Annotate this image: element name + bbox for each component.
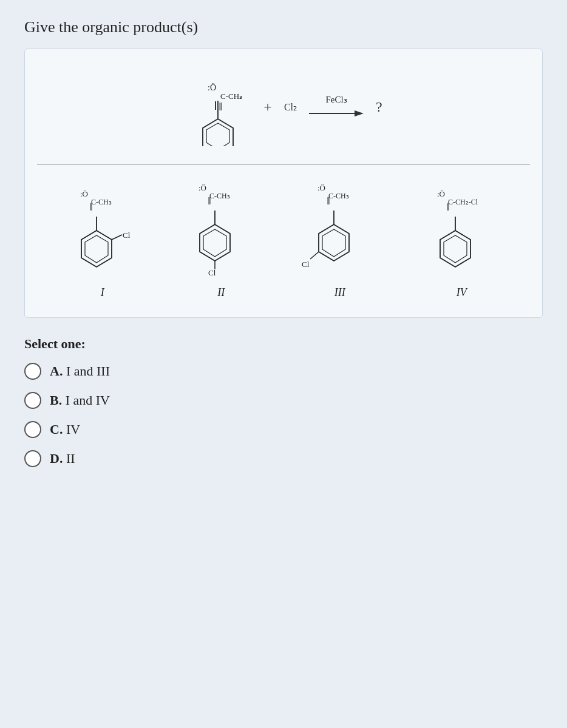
product-label-III: III <box>334 286 345 299</box>
svg-marker-8 <box>355 110 364 116</box>
svg-line-31 <box>310 252 319 259</box>
page-title: Give the organic product(s) <box>24 18 543 36</box>
radio-C[interactable] <box>24 421 41 438</box>
svg-text:Cl: Cl <box>208 268 216 277</box>
option-D-text: D. II <box>50 451 75 467</box>
option-C-text: C. IV <box>50 422 80 437</box>
option-C[interactable]: C. IV <box>24 421 543 438</box>
svg-text::Ö: :Ö <box>437 189 445 198</box>
svg-marker-30 <box>322 229 345 257</box>
radio-A[interactable] <box>24 363 41 380</box>
svg-line-15 <box>112 235 122 240</box>
svg-text::Ö: :Ö <box>80 189 88 198</box>
product-I: :Ö ‖ C-CH₃ Cl I <box>63 183 142 299</box>
product-IV: :Ö ‖ C-CH₂-Cl IV <box>419 183 504 299</box>
svg-marker-29 <box>319 224 349 261</box>
svg-text::Ö: :Ö <box>208 83 216 92</box>
svg-text:C-CH₃: C-CH₃ <box>209 192 230 200</box>
question-mark: ? <box>376 99 382 115</box>
option-D[interactable]: D. II <box>24 450 543 467</box>
product-II: :Ö ‖ C-CH₃ Cl II <box>182 177 260 299</box>
svg-marker-21 <box>200 224 230 261</box>
product-label-I: I <box>101 286 104 299</box>
svg-text:C-CH₃: C-CH₃ <box>91 198 112 206</box>
svg-text:C-CH₂-Cl: C-CH₂-Cl <box>448 198 478 206</box>
product-III: :Ö ‖ C-CH₃ Cl III <box>300 177 379 299</box>
product-label-II: II <box>217 286 225 299</box>
reaction-box: :Ö ‖ C-CH₃ + Cl₂ FeCl₃ ? :Ö ‖ <box>24 49 543 318</box>
option-B[interactable]: B. I and IV <box>24 392 543 409</box>
option-B-text: B. I and IV <box>50 393 110 408</box>
radio-D[interactable] <box>24 450 41 467</box>
svg-marker-37 <box>440 231 470 267</box>
svg-marker-22 <box>203 229 226 257</box>
products-row: :Ö ‖ C-CH₃ Cl I :Ö ‖ C-CH₃ <box>37 177 530 299</box>
svg-marker-14 <box>85 235 108 263</box>
product-label-IV: IV <box>457 286 467 299</box>
radio-B[interactable] <box>24 392 41 409</box>
svg-marker-38 <box>444 235 467 263</box>
reaction-arrow: FeCl₃ <box>309 94 364 120</box>
svg-text:C-CH₃: C-CH₃ <box>220 92 242 101</box>
starting-material: :Ö ‖ C-CH₃ <box>185 67 251 146</box>
catalyst-label: FeCl₃ <box>325 94 347 105</box>
svg-text:‖: ‖ <box>219 101 223 110</box>
svg-text:C-CH₃: C-CH₃ <box>328 192 349 200</box>
svg-marker-1 <box>206 123 229 146</box>
svg-text::Ö: :Ö <box>317 183 325 192</box>
select-section: Select one: A. I and III B. I and IV C. … <box>24 336 543 467</box>
reaction-top: :Ö ‖ C-CH₃ + Cl₂ FeCl₃ ? <box>37 67 530 146</box>
option-A[interactable]: A. I and III <box>24 363 543 380</box>
svg-text:Cl: Cl <box>123 231 131 240</box>
svg-text::Ö: :Ö <box>199 183 206 192</box>
select-label: Select one: <box>24 336 543 352</box>
cl2-label: Cl₂ <box>284 101 297 113</box>
svg-text:Cl: Cl <box>302 260 310 269</box>
plus-sign: + <box>263 99 272 115</box>
divider <box>37 164 530 165</box>
svg-marker-13 <box>81 231 112 267</box>
option-A-text: A. I and III <box>50 363 110 379</box>
